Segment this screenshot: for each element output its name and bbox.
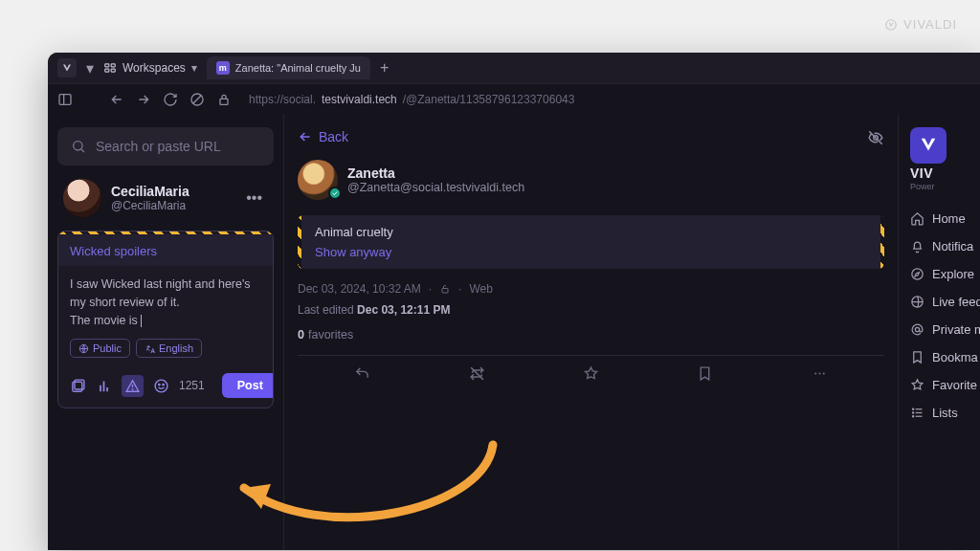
- favorite-button[interactable]: [583, 365, 599, 382]
- home-icon: [910, 211, 924, 226]
- poster-name[interactable]: Zanetta: [347, 165, 524, 181]
- svg-rect-4: [111, 69, 115, 72]
- bookmark-icon: [910, 350, 924, 364]
- nav-forward-button[interactable]: [136, 92, 151, 107]
- star-icon: [910, 378, 924, 392]
- instance-logo[interactable]: [910, 127, 947, 164]
- svg-rect-9: [220, 99, 228, 104]
- svg-point-27: [818, 372, 820, 374]
- address-bar: https://social.testvivaldi.tech/@Zanetta…: [48, 83, 980, 114]
- profile-more-button[interactable]: •••: [240, 189, 268, 207]
- search-input[interactable]: Search or paste URL: [57, 127, 274, 165]
- translate-icon: [145, 343, 155, 354]
- cw-text: Animal cruelty: [315, 225, 867, 239]
- nav-bookmarks[interactable]: Bookma: [910, 343, 980, 371]
- back-arrow-icon: [298, 129, 313, 144]
- content-warning-panel: Animal cruelty Show anyway: [298, 215, 884, 269]
- svg-point-37: [913, 416, 914, 417]
- chevron-down-icon[interactable]: ▾: [86, 59, 94, 77]
- svg-point-22: [163, 384, 164, 385]
- avatar[interactable]: [63, 179, 101, 217]
- instance-brand: VIV: [910, 165, 980, 181]
- nav-notifications[interactable]: Notifica: [910, 232, 980, 260]
- tab-title: Zanetta: "Animal cruelty Ju: [235, 62, 361, 74]
- compose-box: Wicked spoilers I saw Wicked last night …: [57, 231, 274, 408]
- bell-icon: [910, 239, 924, 253]
- content-warning-field[interactable]: Wicked spoilers: [58, 234, 273, 266]
- show-anyway-button[interactable]: Show anyway: [315, 245, 867, 259]
- compose-profile: CeciliaMaria @CeciliaMaria •••: [57, 179, 274, 217]
- new-tab-button[interactable]: +: [380, 59, 389, 77]
- post-button[interactable]: Post: [222, 373, 274, 398]
- panel-toggle-icon[interactable]: [57, 92, 73, 107]
- lock-icon[interactable]: [216, 92, 232, 107]
- language-button[interactable]: English: [136, 339, 202, 358]
- poll-button[interactable]: [96, 378, 112, 394]
- svg-rect-5: [59, 94, 71, 104]
- post-header: Zanetta @Zanetta@social.testvivaldi.tech: [298, 154, 884, 211]
- vivaldi-watermark: VIVALDI: [884, 17, 957, 32]
- edited-line: Last edited Dec 03, 12:11 PM: [298, 299, 884, 324]
- nav-sidebar: VIV Power Home Notifica Explore Live fee…: [899, 114, 980, 550]
- vivaldi-menu-button[interactable]: [57, 58, 77, 77]
- compose-toolbar: 1251 Post: [58, 365, 273, 408]
- reply-button[interactable]: [354, 365, 370, 382]
- svg-point-10: [74, 142, 82, 150]
- shield-icon[interactable]: [189, 92, 205, 107]
- svg-rect-3: [105, 69, 109, 72]
- compose-column: Search or paste URL CeciliaMaria @Cecili…: [48, 114, 283, 550]
- compose-textarea[interactable]: I saw Wicked last night and here's my sh…: [58, 266, 273, 339]
- svg-rect-24: [442, 289, 448, 294]
- svg-rect-2: [111, 64, 115, 67]
- svg-line-8: [193, 96, 201, 103]
- tab-bar: ▾ Workspaces ▾ m Zanetta: "Animal cruelt…: [48, 53, 980, 83]
- back-button[interactable]: Back: [298, 125, 348, 154]
- poster-handle[interactable]: @Zanetta@social.testvivaldi.tech: [347, 181, 524, 194]
- svg-point-31: [915, 327, 919, 331]
- post-detail-column: Back Zanetta @Zanetta@social.testvivaldi…: [283, 114, 899, 550]
- svg-line-11: [81, 149, 84, 152]
- browser-window: ▾ Workspaces ▾ m Zanetta: "Animal cruelt…: [48, 53, 980, 550]
- attach-media-button[interactable]: [70, 378, 86, 394]
- svg-point-20: [155, 380, 167, 392]
- boost-button[interactable]: [469, 365, 485, 382]
- instance-sub: Power: [910, 182, 980, 191]
- svg-point-29: [912, 269, 923, 279]
- handle: @CeciliaMaria: [111, 199, 189, 212]
- favorites-count[interactable]: 0favorites: [298, 324, 884, 351]
- globe-icon: [78, 343, 89, 354]
- nav-home[interactable]: Home: [910, 205, 980, 232]
- nav-back-button[interactable]: [109, 92, 124, 107]
- more-button[interactable]: [812, 365, 828, 382]
- globe-icon: [910, 295, 924, 309]
- nav-private[interactable]: Private m: [910, 316, 980, 343]
- hide-toggle-icon[interactable]: [867, 129, 884, 150]
- search-icon: [71, 139, 86, 154]
- at-icon: [910, 322, 924, 337]
- compass-icon: [910, 267, 924, 281]
- verified-badge: [328, 187, 342, 200]
- unlock-icon: [439, 283, 451, 295]
- visibility-button[interactable]: Public: [70, 339, 130, 358]
- nav-explore[interactable]: Explore: [910, 260, 980, 288]
- emoji-button[interactable]: [153, 378, 169, 394]
- svg-rect-1: [105, 64, 109, 67]
- nav-live[interactable]: Live feed: [910, 288, 980, 316]
- svg-point-36: [913, 412, 914, 413]
- list-icon: [910, 406, 924, 420]
- svg-point-19: [132, 388, 133, 389]
- reload-button[interactable]: [163, 92, 178, 107]
- char-count: 1251: [179, 379, 205, 392]
- post-meta: Dec 03, 2024, 10:32 AM · · Web: [298, 278, 884, 299]
- svg-point-21: [159, 384, 160, 385]
- svg-point-26: [814, 372, 816, 374]
- browser-tab[interactable]: m Zanetta: "Animal cruelty Ju: [207, 56, 370, 79]
- nav-lists[interactable]: Lists: [910, 399, 980, 427]
- content-warning-button[interactable]: [122, 375, 144, 397]
- url-field[interactable]: https://social.testvivaldi.tech/@Zanetta…: [243, 93, 580, 106]
- mastodon-favicon: m: [216, 61, 230, 75]
- nav-favorites[interactable]: Favorite: [910, 371, 980, 399]
- workspaces-button[interactable]: Workspaces ▾: [103, 61, 197, 75]
- bookmark-button[interactable]: [697, 365, 713, 382]
- timestamp: Dec 03, 2024, 10:32 AM: [298, 282, 421, 296]
